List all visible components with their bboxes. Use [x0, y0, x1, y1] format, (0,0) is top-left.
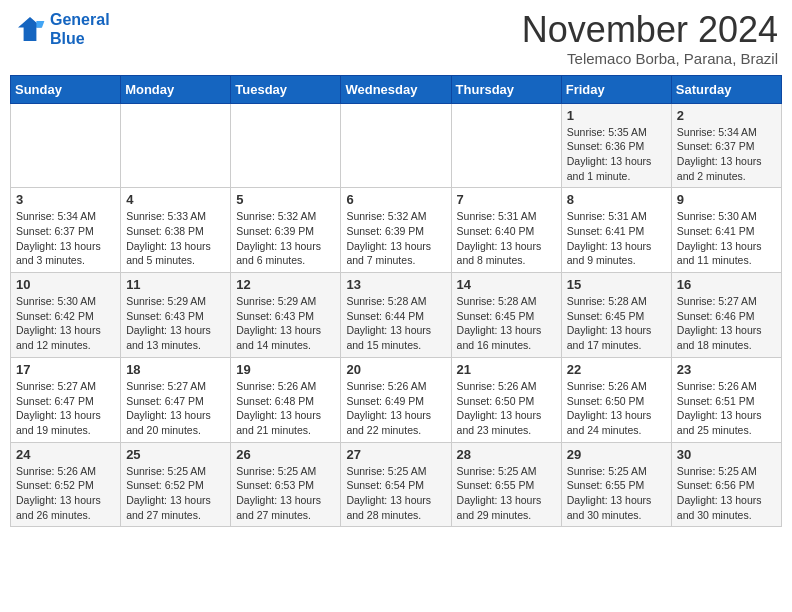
day-info: Sunrise: 5:25 AM Sunset: 6:53 PM Dayligh…	[236, 464, 335, 523]
day-info: Sunrise: 5:32 AM Sunset: 6:39 PM Dayligh…	[236, 209, 335, 268]
day-number: 2	[677, 108, 776, 123]
logo-icon	[14, 13, 46, 45]
calendar-week-row: 10Sunrise: 5:30 AM Sunset: 6:42 PM Dayli…	[11, 273, 782, 358]
day-number: 23	[677, 362, 776, 377]
calendar-cell: 24Sunrise: 5:26 AM Sunset: 6:52 PM Dayli…	[11, 442, 121, 527]
calendar-cell: 17Sunrise: 5:27 AM Sunset: 6:47 PM Dayli…	[11, 357, 121, 442]
calendar-week-row: 24Sunrise: 5:26 AM Sunset: 6:52 PM Dayli…	[11, 442, 782, 527]
calendar-cell: 21Sunrise: 5:26 AM Sunset: 6:50 PM Dayli…	[451, 357, 561, 442]
calendar-cell: 20Sunrise: 5:26 AM Sunset: 6:49 PM Dayli…	[341, 357, 451, 442]
day-info: Sunrise: 5:35 AM Sunset: 6:36 PM Dayligh…	[567, 125, 666, 184]
calendar-cell: 22Sunrise: 5:26 AM Sunset: 6:50 PM Dayli…	[561, 357, 671, 442]
day-number: 12	[236, 277, 335, 292]
day-number: 8	[567, 192, 666, 207]
day-number: 22	[567, 362, 666, 377]
calendar-cell: 29Sunrise: 5:25 AM Sunset: 6:55 PM Dayli…	[561, 442, 671, 527]
day-info: Sunrise: 5:31 AM Sunset: 6:40 PM Dayligh…	[457, 209, 556, 268]
calendar-cell: 16Sunrise: 5:27 AM Sunset: 6:46 PM Dayli…	[671, 273, 781, 358]
day-info: Sunrise: 5:26 AM Sunset: 6:50 PM Dayligh…	[457, 379, 556, 438]
day-number: 11	[126, 277, 225, 292]
day-info: Sunrise: 5:27 AM Sunset: 6:47 PM Dayligh…	[126, 379, 225, 438]
calendar-cell: 11Sunrise: 5:29 AM Sunset: 6:43 PM Dayli…	[121, 273, 231, 358]
calendar-cell: 27Sunrise: 5:25 AM Sunset: 6:54 PM Dayli…	[341, 442, 451, 527]
day-number: 7	[457, 192, 556, 207]
day-number: 4	[126, 192, 225, 207]
day-number: 17	[16, 362, 115, 377]
day-number: 6	[346, 192, 445, 207]
calendar-cell: 5Sunrise: 5:32 AM Sunset: 6:39 PM Daylig…	[231, 188, 341, 273]
day-info: Sunrise: 5:25 AM Sunset: 6:54 PM Dayligh…	[346, 464, 445, 523]
day-info: Sunrise: 5:29 AM Sunset: 6:43 PM Dayligh…	[236, 294, 335, 353]
calendar-cell: 14Sunrise: 5:28 AM Sunset: 6:45 PM Dayli…	[451, 273, 561, 358]
day-info: Sunrise: 5:31 AM Sunset: 6:41 PM Dayligh…	[567, 209, 666, 268]
day-number: 16	[677, 277, 776, 292]
calendar-cell	[121, 103, 231, 188]
calendar-week-row: 3Sunrise: 5:34 AM Sunset: 6:37 PM Daylig…	[11, 188, 782, 273]
day-number: 27	[346, 447, 445, 462]
day-info: Sunrise: 5:26 AM Sunset: 6:51 PM Dayligh…	[677, 379, 776, 438]
calendar-cell: 10Sunrise: 5:30 AM Sunset: 6:42 PM Dayli…	[11, 273, 121, 358]
calendar-cell: 26Sunrise: 5:25 AM Sunset: 6:53 PM Dayli…	[231, 442, 341, 527]
day-number: 28	[457, 447, 556, 462]
weekday-header-thursday: Thursday	[451, 75, 561, 103]
day-info: Sunrise: 5:25 AM Sunset: 6:55 PM Dayligh…	[567, 464, 666, 523]
calendar-cell	[11, 103, 121, 188]
day-number: 19	[236, 362, 335, 377]
calendar-table: SundayMondayTuesdayWednesdayThursdayFrid…	[10, 75, 782, 528]
weekday-header-tuesday: Tuesday	[231, 75, 341, 103]
day-info: Sunrise: 5:34 AM Sunset: 6:37 PM Dayligh…	[16, 209, 115, 268]
day-info: Sunrise: 5:28 AM Sunset: 6:45 PM Dayligh…	[457, 294, 556, 353]
calendar-cell: 30Sunrise: 5:25 AM Sunset: 6:56 PM Dayli…	[671, 442, 781, 527]
day-info: Sunrise: 5:26 AM Sunset: 6:49 PM Dayligh…	[346, 379, 445, 438]
day-number: 9	[677, 192, 776, 207]
day-info: Sunrise: 5:32 AM Sunset: 6:39 PM Dayligh…	[346, 209, 445, 268]
day-info: Sunrise: 5:25 AM Sunset: 6:52 PM Dayligh…	[126, 464, 225, 523]
day-number: 25	[126, 447, 225, 462]
day-info: Sunrise: 5:30 AM Sunset: 6:41 PM Dayligh…	[677, 209, 776, 268]
page-header: General Blue November 2024 Telemaco Borb…	[10, 10, 782, 67]
day-number: 3	[16, 192, 115, 207]
day-number: 24	[16, 447, 115, 462]
calendar-cell: 8Sunrise: 5:31 AM Sunset: 6:41 PM Daylig…	[561, 188, 671, 273]
day-info: Sunrise: 5:34 AM Sunset: 6:37 PM Dayligh…	[677, 125, 776, 184]
weekday-header-saturday: Saturday	[671, 75, 781, 103]
day-info: Sunrise: 5:26 AM Sunset: 6:50 PM Dayligh…	[567, 379, 666, 438]
logo: General Blue	[14, 10, 110, 48]
day-info: Sunrise: 5:33 AM Sunset: 6:38 PM Dayligh…	[126, 209, 225, 268]
calendar-cell: 15Sunrise: 5:28 AM Sunset: 6:45 PM Dayli…	[561, 273, 671, 358]
calendar-cell: 2Sunrise: 5:34 AM Sunset: 6:37 PM Daylig…	[671, 103, 781, 188]
calendar-cell	[341, 103, 451, 188]
day-number: 14	[457, 277, 556, 292]
weekday-header-monday: Monday	[121, 75, 231, 103]
calendar-cell: 13Sunrise: 5:28 AM Sunset: 6:44 PM Dayli…	[341, 273, 451, 358]
day-number: 18	[126, 362, 225, 377]
day-info: Sunrise: 5:27 AM Sunset: 6:47 PM Dayligh…	[16, 379, 115, 438]
weekday-header-wednesday: Wednesday	[341, 75, 451, 103]
calendar-cell: 9Sunrise: 5:30 AM Sunset: 6:41 PM Daylig…	[671, 188, 781, 273]
day-number: 13	[346, 277, 445, 292]
day-number: 10	[16, 277, 115, 292]
day-info: Sunrise: 5:25 AM Sunset: 6:55 PM Dayligh…	[457, 464, 556, 523]
calendar-cell: 28Sunrise: 5:25 AM Sunset: 6:55 PM Dayli…	[451, 442, 561, 527]
day-info: Sunrise: 5:26 AM Sunset: 6:48 PM Dayligh…	[236, 379, 335, 438]
calendar-cell: 6Sunrise: 5:32 AM Sunset: 6:39 PM Daylig…	[341, 188, 451, 273]
calendar-week-row: 1Sunrise: 5:35 AM Sunset: 6:36 PM Daylig…	[11, 103, 782, 188]
calendar-cell	[231, 103, 341, 188]
calendar-week-row: 17Sunrise: 5:27 AM Sunset: 6:47 PM Dayli…	[11, 357, 782, 442]
logo-text: General Blue	[50, 10, 110, 48]
month-title: November 2024	[522, 10, 778, 50]
calendar-cell: 25Sunrise: 5:25 AM Sunset: 6:52 PM Dayli…	[121, 442, 231, 527]
svg-marker-0	[18, 17, 42, 41]
calendar-cell: 7Sunrise: 5:31 AM Sunset: 6:40 PM Daylig…	[451, 188, 561, 273]
weekday-header-friday: Friday	[561, 75, 671, 103]
calendar-cell: 3Sunrise: 5:34 AM Sunset: 6:37 PM Daylig…	[11, 188, 121, 273]
calendar-cell: 1Sunrise: 5:35 AM Sunset: 6:36 PM Daylig…	[561, 103, 671, 188]
weekday-header-sunday: Sunday	[11, 75, 121, 103]
weekday-header-row: SundayMondayTuesdayWednesdayThursdayFrid…	[11, 75, 782, 103]
day-number: 20	[346, 362, 445, 377]
day-number: 1	[567, 108, 666, 123]
calendar-cell: 18Sunrise: 5:27 AM Sunset: 6:47 PM Dayli…	[121, 357, 231, 442]
svg-marker-1	[36, 21, 44, 27]
day-info: Sunrise: 5:27 AM Sunset: 6:46 PM Dayligh…	[677, 294, 776, 353]
day-info: Sunrise: 5:29 AM Sunset: 6:43 PM Dayligh…	[126, 294, 225, 353]
